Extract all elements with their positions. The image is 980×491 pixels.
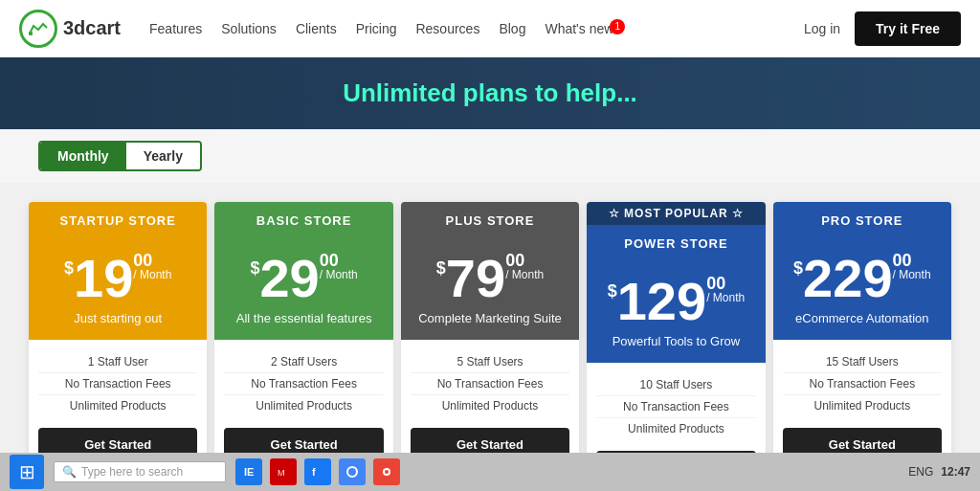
power-cents: 00 — [706, 275, 725, 292]
pro-dollar: $ — [793, 259, 803, 277]
logo-area: 3dcart — [19, 10, 121, 48]
plan-basic: BASIC STORE $ 29 00 / Month All the esse… — [214, 202, 392, 473]
power-feature-0: 10 Staff Users — [596, 374, 755, 396]
login-link[interactable]: Log in — [804, 21, 840, 36]
startup-per-month: / Month — [133, 269, 171, 280]
basic-features: 2 Staff Users No Transaction Fees Unlimi… — [214, 340, 392, 428]
nav-pricing[interactable]: Pricing — [356, 21, 397, 36]
taskbar-icon-1[interactable]: M — [270, 458, 297, 485]
hero-text: Unlimited plans to help... — [343, 78, 637, 108]
basic-amount: 29 — [259, 252, 319, 305]
plus-feature-2: Unlimited Products — [411, 395, 569, 416]
taskbar-right: ENG 12:47 — [908, 465, 970, 479]
nav-whats-new[interactable]: What's new1 — [545, 21, 625, 36]
startup-feature-0: 1 Staff User — [38, 351, 197, 373]
pro-tagline: eCommerce Automation — [783, 311, 942, 325]
startup-cents: 00 — [133, 252, 152, 269]
nav-clients[interactable]: Clients — [296, 21, 337, 36]
svg-text:IE: IE — [244, 466, 254, 478]
plus-per-month: / Month — [505, 269, 544, 280]
taskbar-icon-0[interactable]: IE — [235, 458, 262, 485]
taskbar-icon-4[interactable] — [373, 458, 400, 485]
startup-feature-1: No Transaction Fees — [38, 373, 197, 395]
pro-amount: 229 — [803, 252, 892, 305]
power-per-month: / Month — [706, 292, 745, 303]
plan-basic-price: $ 29 00 / Month All the essential featur… — [214, 237, 392, 340]
taskbar-search[interactable]: 🔍 Type here to search — [54, 461, 226, 482]
search-placeholder: Type here to search — [81, 465, 183, 479]
startup-features: 1 Staff User No Transaction Fees Unlimit… — [29, 340, 207, 428]
pro-cents: 00 — [893, 252, 912, 269]
power-tagline: Powerful Tools to Grow — [596, 334, 755, 348]
basic-dollar: $ — [250, 259, 259, 277]
pro-features: 15 Staff Users No Transaction Fees Unlim… — [773, 340, 951, 428]
nav-links: Features Solutions Clients Pricing Resou… — [149, 21, 804, 36]
plan-pro: PRO STORE $ 229 00 / Month eCommerce Aut… — [773, 202, 951, 473]
startup-dollar: $ — [64, 259, 74, 277]
basic-cents: 00 — [320, 252, 339, 269]
plan-power: ☆ MOST POPULAR ☆ POWER STORE $ 129 00 / … — [587, 202, 765, 491]
billing-toggle: Monthly Yearly — [38, 141, 202, 171]
nav-solutions[interactable]: Solutions — [221, 21, 277, 36]
notification-badge: 1 — [610, 19, 625, 34]
basic-per-month: / Month — [320, 269, 358, 280]
billing-toggle-section: Monthly Yearly — [0, 129, 980, 183]
navbar: 3dcart Features Solutions Clients Pricin… — [0, 0, 980, 57]
plan-startup: STARTUP STORE $ 19 00 / Month Just start… — [29, 202, 207, 473]
svg-rect-0 — [29, 32, 33, 35]
taskbar-time: 12:47 — [941, 465, 970, 479]
plan-startup-header: STARTUP STORE — [29, 202, 207, 237]
plan-plus-header: PLUS STORE — [401, 202, 579, 237]
svg-point-11 — [385, 470, 389, 474]
nav-blog[interactable]: Blog — [499, 21, 525, 36]
basic-feature-2: Unlimited Products — [224, 395, 383, 416]
pricing-section: STARTUP STORE $ 19 00 / Month Just start… — [0, 183, 980, 491]
power-amount: 129 — [617, 275, 706, 328]
basic-feature-1: No Transaction Fees — [224, 373, 383, 395]
plus-features: 5 Staff Users No Transaction Fees Unlimi… — [401, 340, 579, 428]
taskbar: ⊞ 🔍 Type here to search IE M f ENG 12:47 — [0, 453, 980, 491]
pro-feature-0: 15 Staff Users — [783, 351, 942, 373]
startup-tagline: Just starting out — [38, 311, 197, 325]
basic-feature-0: 2 Staff Users — [224, 351, 383, 373]
basic-tagline: All the essential features — [224, 311, 383, 325]
plus-tagline: Complete Marketing Suite — [411, 311, 569, 325]
nav-features[interactable]: Features — [149, 21, 202, 36]
svg-text:f: f — [312, 466, 316, 478]
search-icon: 🔍 — [62, 465, 77, 479]
logo-icon — [19, 10, 57, 48]
plus-dollar: $ — [436, 259, 446, 277]
svg-text:M: M — [278, 468, 285, 478]
yearly-toggle[interactable]: Yearly — [126, 143, 200, 169]
taskbar-icon-2[interactable]: f — [304, 458, 331, 485]
plus-feature-1: No Transaction Fees — [411, 373, 569, 395]
taskbar-icon-3[interactable] — [339, 458, 366, 485]
power-feature-1: No Transaction Fees — [596, 396, 755, 418]
plan-power-price: $ 129 00 / Month Powerful Tools to Grow — [587, 260, 765, 363]
taskbar-icons: IE M f — [235, 458, 400, 485]
power-feature-2: Unlimited Products — [596, 418, 755, 439]
plus-feature-0: 5 Staff Users — [411, 351, 569, 373]
plan-pro-price: $ 229 00 / Month eCommerce Automation — [773, 237, 951, 340]
taskbar-eng: ENG — [908, 465, 933, 479]
hero-highlight: Unlimited — [343, 78, 456, 107]
plus-amount: 79 — [446, 252, 505, 305]
monthly-toggle[interactable]: Monthly — [40, 143, 126, 169]
power-dollar: $ — [608, 282, 617, 300]
hero-banner: Unlimited plans to help... — [0, 57, 980, 129]
logo-text: 3dcart — [63, 17, 121, 39]
plus-cents: 00 — [505, 252, 524, 269]
pricing-grid: STARTUP STORE $ 19 00 / Month Just start… — [29, 202, 951, 491]
startup-feature-2: Unlimited Products — [38, 395, 197, 416]
plan-startup-price: $ 19 00 / Month Just starting out — [29, 237, 207, 340]
pro-feature-2: Unlimited Products — [783, 395, 942, 416]
try-free-button[interactable]: Try it Free — [855, 11, 961, 46]
start-button[interactable]: ⊞ — [10, 455, 44, 489]
plan-power-header: POWER STORE — [587, 225, 765, 260]
popular-banner: ☆ MOST POPULAR ☆ — [587, 202, 765, 225]
pro-feature-1: No Transaction Fees — [783, 373, 942, 395]
plan-basic-header: BASIC STORE — [214, 202, 392, 237]
nav-resources[interactable]: Resources — [415, 21, 479, 36]
nav-right: Log in Try it Free — [804, 11, 961, 46]
plan-plus: PLUS STORE $ 79 00 / Month Complete Mark… — [401, 202, 579, 473]
